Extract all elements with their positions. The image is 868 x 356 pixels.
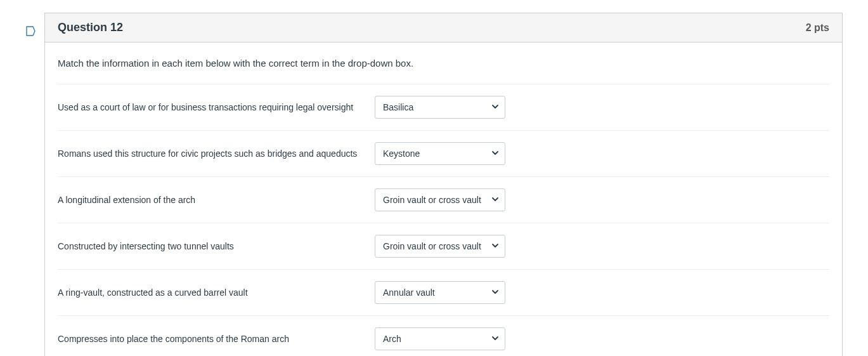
match-prompt: A ring-vault, constructed as a curved ba… [58, 287, 362, 298]
answer-select[interactable]: Groin vault or cross vault [375, 235, 505, 258]
answer-select[interactable]: Annular vault [375, 281, 505, 304]
answer-select[interactable]: Arch [375, 327, 505, 350]
answer-select[interactable]: Groin vault or cross vault [375, 188, 505, 211]
answer-select[interactable]: Keystone [375, 142, 505, 165]
question-points: 2 pts [806, 22, 829, 34]
match-prompt: Used as a court of law or for business t… [58, 102, 362, 112]
question-instructions: Match the information in each item below… [58, 58, 829, 84]
question-body: Match the information in each item below… [45, 43, 842, 356]
match-row: Used as a court of law or for business t… [58, 84, 829, 130]
match-prompt: A longitudinal extension of the arch [58, 195, 362, 205]
match-row: A longitudinal extension of the arch Gro… [58, 176, 829, 223]
answer-select[interactable]: Basilica [375, 96, 505, 119]
match-row: Constructed by intersecting two tunnel v… [58, 223, 829, 269]
match-row: A ring-vault, constructed as a curved ba… [58, 269, 829, 315]
selected-value: Annular vault [375, 281, 505, 304]
flag-icon[interactable] [25, 25, 37, 39]
question-title: Question 12 [58, 21, 123, 34]
question-box: Question 12 2 pts Match the information … [44, 13, 843, 356]
question-container: Question 12 2 pts Match the information … [25, 13, 843, 356]
selected-value: Basilica [375, 96, 505, 119]
match-prompt: Constructed by intersecting two tunnel v… [58, 241, 362, 251]
selected-value: Arch [375, 327, 505, 350]
match-prompt: Compresses into place the components of … [58, 334, 362, 344]
match-row: Romans used this structure for civic pro… [58, 130, 829, 176]
selected-value: Groin vault or cross vault [375, 188, 505, 211]
selected-value: Groin vault or cross vault [375, 235, 505, 258]
selected-value: Keystone [375, 142, 505, 165]
match-row: Compresses into place the components of … [58, 315, 829, 356]
question-header: Question 12 2 pts [45, 13, 842, 43]
match-prompt: Romans used this structure for civic pro… [58, 148, 362, 159]
